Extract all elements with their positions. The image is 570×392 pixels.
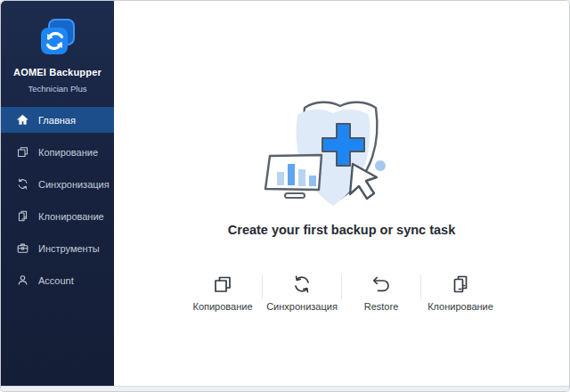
clone-icon bbox=[16, 209, 29, 223]
app-window: AOMEI Backupper Technician Plus ГлавнаяК… bbox=[0, 0, 570, 392]
sidebar: AOMEI Backupper Technician Plus ГлавнаяК… bbox=[1, 1, 114, 387]
sidebar-item-clone[interactable]: Клонирование bbox=[1, 203, 114, 229]
quick-action-restore[interactable]: Restore bbox=[342, 268, 420, 312]
logo-block: AOMEI Backupper Technician Plus bbox=[1, 1, 114, 94]
aomei-backupper-logo-icon bbox=[36, 17, 80, 60]
quick-actions: КопированиеСинхронизацияRestoreКлонирова… bbox=[114, 268, 569, 312]
sidebar-item-label: Копирование bbox=[38, 147, 98, 158]
quick-action-clone[interactable]: Клонирование bbox=[421, 268, 500, 312]
copy-icon bbox=[212, 274, 233, 295]
empty-state-title: Create your first backup or sync task bbox=[114, 223, 569, 237]
sidebar-menu: ГлавнаяКопированиеСинхронизацияКлонирова… bbox=[1, 107, 114, 299]
sidebar-item-label: Account bbox=[38, 275, 74, 286]
shield-plus-illustration bbox=[253, 94, 431, 213]
sync-icon bbox=[291, 274, 313, 295]
sidebar-item-tools[interactable]: Инструменты bbox=[1, 235, 114, 261]
quick-action-label: Синхронизация bbox=[266, 301, 338, 312]
user-icon bbox=[16, 274, 29, 287]
quick-action-copy[interactable]: Копирование bbox=[183, 268, 262, 312]
window-bottom-strip bbox=[1, 386, 569, 391]
tools-icon bbox=[16, 241, 29, 255]
sidebar-item-home[interactable]: Главная bbox=[1, 107, 114, 133]
clone-icon bbox=[450, 274, 471, 295]
sidebar-item-label: Клонирование bbox=[38, 211, 104, 222]
app-name: AOMEI Backupper bbox=[1, 67, 114, 78]
sync-icon bbox=[16, 177, 29, 191]
app-edition: Technician Plus bbox=[1, 84, 114, 94]
quick-action-label: Restore bbox=[364, 301, 399, 312]
quick-action-sync[interactable]: Синхронизация bbox=[263, 268, 341, 312]
home-icon bbox=[16, 113, 29, 127]
sidebar-item-sync[interactable]: Синхронизация bbox=[1, 171, 114, 197]
copy-icon bbox=[16, 145, 29, 159]
sidebar-item-copy[interactable]: Копирование bbox=[1, 139, 114, 165]
sidebar-item-label: Инструменты bbox=[38, 243, 100, 254]
sidebar-item-label: Главная bbox=[38, 115, 76, 126]
main-panel: Create your first backup or sync task Ко… bbox=[114, 1, 569, 387]
sidebar-item-user[interactable]: Account bbox=[1, 267, 114, 293]
quick-action-label: Клонирование bbox=[428, 301, 493, 312]
restore-icon bbox=[370, 274, 392, 295]
sidebar-item-label: Синхронизация bbox=[38, 179, 110, 190]
quick-action-label: Копирование bbox=[192, 301, 252, 312]
